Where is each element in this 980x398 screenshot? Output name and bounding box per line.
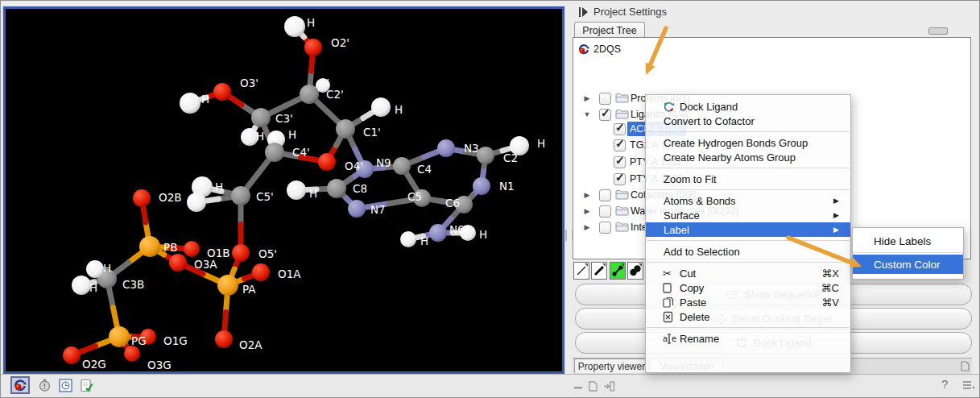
tree-checkbox[interactable] [614,173,626,185]
tree-checkbox[interactable] [599,189,611,201]
sticks-style-button[interactable] [591,262,607,280]
atom-o4'[interactable] [318,153,336,171]
menu-item-add-to-selection[interactable]: Add to Selection [646,244,850,259]
chevron-right-icon[interactable]: ▶ [583,191,591,199]
atom-o2'[interactable] [304,39,322,56]
menu-item-delete[interactable]: Delete [646,309,850,324]
menu-item-create-hydrogen-bonds-group[interactable]: Create Hydrogen Bonds Group [646,135,850,150]
menu-item-label: Atoms & Bonds [664,195,736,207]
atom-o2g[interactable] [63,346,81,364]
atom-h[interactable] [187,193,206,212]
collapse-icon[interactable] [573,380,584,395]
dock-arrow-icon[interactable] [604,380,615,395]
chevron-right-icon[interactable]: ▶ [583,94,591,102]
atom-o5'[interactable] [232,244,250,262]
menu-item-create-nearby-atoms-group[interactable]: Create Nearby Atoms Group [646,150,850,164]
atom-label: H [288,128,296,141]
checklist-icon[interactable] [76,376,96,394]
clock-log-icon[interactable] [56,376,75,394]
tab-property-viewer[interactable]: Property viewer [574,359,649,373]
menu-item-copy[interactable]: Copy⌘C [646,280,850,295]
submenu-item-custom-color[interactable]: Custom Color [853,255,963,274]
atom-label: O3A [194,258,217,271]
atom-h[interactable] [284,16,305,37]
submenu-item-hide-labels[interactable]: Hide Labels [853,231,963,251]
atom-c4'[interactable] [265,143,284,162]
page-icon[interactable] [960,360,970,375]
atom-h[interactable] [86,260,104,278]
atom-c1'[interactable] [336,119,355,139]
atom-label: C6 [445,197,460,209]
menu-item-cut[interactable]: ✂Cut⌘X [646,266,850,280]
tree-checkbox[interactable] [599,222,611,234]
atom-o2a[interactable] [215,330,233,348]
tree-checkbox[interactable] [599,109,611,121]
submenu-arrow-icon: ▶ [833,197,839,205]
atom-label: C2' [326,88,344,101]
atom-pb[interactable] [139,236,160,257]
atom-n1[interactable] [473,177,490,195]
atom-n7[interactable] [348,200,366,218]
atom-label: N9 [376,156,391,169]
atom-h[interactable] [400,231,416,247]
atom-label: H [309,187,317,200]
tree-checkbox[interactable] [599,205,611,218]
atom-h[interactable] [180,93,201,114]
atom-label: H [103,262,111,275]
list-menu-icon[interactable] [962,379,975,394]
atom-n3[interactable] [437,139,455,157]
tree-checkbox[interactable] [599,93,611,105]
atom-c3'[interactable] [251,108,271,127]
atom-o1b[interactable] [184,241,200,257]
atom-c2'[interactable] [300,85,319,104]
molecule-viewer[interactable]: HO2'HC2'O3'HC3'C1'HHHC4'O4'N9C8HN7C5'HC4… [3,6,564,374]
page-icon[interactable] [588,380,598,395]
chevron-right-icon[interactable]: ▶ [583,207,591,215]
menu-item-label: Cut [680,267,696,280]
chevron-down-icon[interactable]: ▼ [583,110,591,118]
help-button[interactable]: ? [941,377,948,391]
menu-item-surface[interactable]: Surface▶ [646,208,850,222]
atom-o1a[interactable] [252,263,270,281]
atom-o3a[interactable] [169,254,187,272]
atom-c2[interactable] [477,147,494,164]
atom-h[interactable] [287,180,306,200]
atom-c8[interactable] [327,179,346,198]
collapse-panel-icon[interactable] [578,6,589,18]
menu-item-atoms-bonds[interactable]: Atoms & Bonds▶ [646,193,850,208]
atom-label: O5' [258,247,277,260]
atom-n6[interactable] [429,224,447,242]
label-submenu: Hide LabelsCustom Color [852,227,964,280]
svg-text:a: a [663,334,668,343]
atom-label: C3B [122,278,144,291]
stopwatch-icon[interactable]: ! [35,376,54,394]
atom-o3'[interactable] [213,83,231,101]
atom-pg[interactable] [109,326,130,347]
project-molecule-icon[interactable] [10,376,30,394]
tree-root-label: 2DQS [591,42,623,56]
atom-c4[interactable] [393,157,411,175]
menu-item-convert-to-cofactor[interactable]: Convert to Cofactor [646,114,850,128]
atom-pa[interactable] [217,275,238,296]
atom-c5'[interactable] [231,186,250,205]
menu-item-zoom-to-fit[interactable]: Zoom to Fit [646,172,850,186]
menu-item-label[interactable]: Label▶ [646,222,850,237]
menu-item-dock-ligand[interactable]: Dock Ligand [646,99,850,114]
atom-h[interactable] [72,276,91,295]
menu-item-paste[interactable]: Paste⌘V [646,295,850,309]
minimize-panel-button[interactable] [928,27,948,35]
tree-checkbox[interactable] [614,123,626,135]
wireframe-style-button[interactable] [573,262,589,280]
tree-checkbox[interactable] [614,156,626,168]
atom-o2b[interactable] [133,189,151,207]
atom-h[interactable] [371,97,391,117]
tree-checkbox[interactable] [614,139,626,151]
chevron-right-icon[interactable]: ▶ [583,223,591,231]
ballstick-style-button[interactable] [610,262,626,280]
tab-project-tree[interactable]: Project Tree [574,22,645,38]
spacefill-style-button[interactable] [627,262,643,280]
atom-o3g[interactable] [124,346,140,362]
menu-item-rename[interactable]: aeRename [646,331,850,346]
atom-label: H [395,103,403,116]
cut-icon: ✂ [663,267,680,280]
